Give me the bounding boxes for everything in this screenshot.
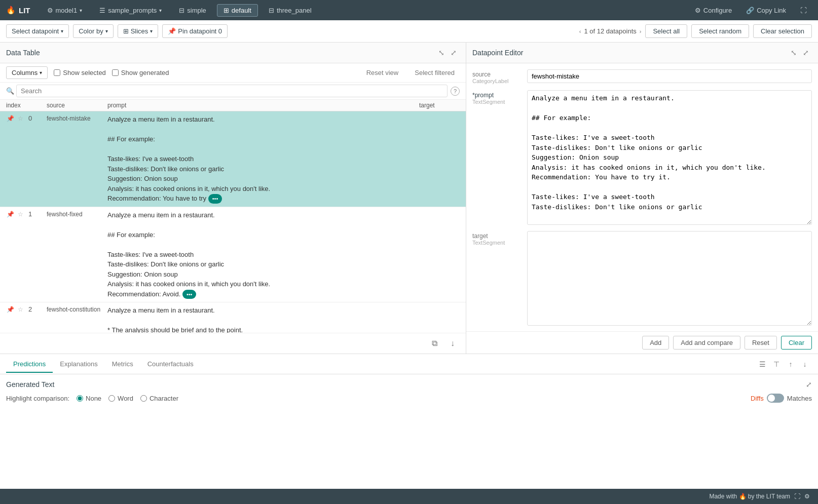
next-chevron[interactable]: › [640, 28, 642, 34]
filter-icon[interactable]: ⊤ [769, 357, 784, 371]
layout-icon: ⊟ [269, 7, 274, 14]
layout-icon: ⊟ [179, 7, 184, 14]
highlight-none-option[interactable]: None [77, 395, 101, 402]
datapoint-editor: Datapoint Editor ⤡ ⤢ source CategoryLabe… [466, 43, 818, 354]
generated-text-title: Generated Text [6, 380, 806, 389]
color-by-button[interactable]: Color by ▾ [73, 24, 113, 38]
col-header-index: index [6, 102, 47, 109]
highlight-word-option[interactable]: Word [108, 395, 133, 402]
show-generated-checkbox[interactable]: Show generated [112, 69, 169, 76]
row-source: fewshot-constitution [47, 306, 104, 313]
chevron-down-icon: ▾ [150, 28, 153, 34]
row-index: 0 [28, 114, 44, 122]
table-row[interactable]: 📌 ☆ 0 fewshot-mistake Analyze a menu ite… [0, 111, 466, 207]
target-textarea[interactable] [527, 231, 812, 326]
add-compare-button[interactable]: Add and compare [673, 336, 740, 350]
tab-explanations[interactable]: Explanations [53, 356, 104, 373]
diffs-toggle-switch[interactable] [767, 394, 784, 403]
select-filtered-button[interactable]: Select filtered [410, 67, 460, 79]
star-icon[interactable]: ☆ [16, 114, 24, 123]
sort-asc-icon[interactable]: ↑ [784, 357, 798, 371]
select-datapoint-button[interactable]: Select datapoint ▾ [6, 24, 69, 38]
table-body: 📌 ☆ 0 fewshot-mistake Analyze a menu ite… [0, 111, 466, 333]
pin-icon[interactable]: 📌 [6, 210, 14, 218]
sort-desc-icon[interactable]: ↓ [798, 357, 812, 371]
nav-tab-simple[interactable]: ⊟ simple [172, 4, 213, 17]
maximize-icon[interactable]: ⤢ [448, 47, 460, 59]
app-logo: 🔥 LIT [6, 6, 30, 15]
search-icon: 🔍 [6, 87, 14, 95]
chevron-down-icon: ▾ [159, 8, 162, 13]
toggle-knob [768, 395, 775, 402]
source-input[interactable] [527, 69, 812, 83]
star-icon[interactable]: ☆ [16, 305, 24, 314]
reset-button[interactable]: Reset [745, 336, 777, 350]
pin-icon[interactable]: 📌 [6, 305, 14, 314]
chevron-down-icon: ▾ [80, 8, 82, 13]
columns-button[interactable]: Columns ▾ [6, 66, 48, 79]
search-input[interactable] [16, 85, 448, 97]
table-row[interactable]: 📌 ☆ 2 fewshot-constitution Analyze a men… [0, 302, 466, 333]
highlight-character-option[interactable]: Character [140, 395, 178, 402]
configure-button[interactable]: ⚙ Configure [690, 5, 737, 16]
prev-chevron[interactable]: ‹ [579, 28, 581, 34]
target-label: target [472, 231, 523, 240]
gear-icon: ⚙ [695, 7, 701, 14]
pin-datapoint-button[interactable]: 📌 Pin datapoint 0 [162, 24, 228, 38]
show-selected-checkbox[interactable]: Show selected [54, 69, 106, 76]
expand-text-button[interactable]: ••• [208, 194, 222, 204]
help-icon[interactable]: ? [451, 87, 460, 96]
table-row[interactable]: 📌 ☆ 1 fewshot-fixed Analyze a menu item … [0, 207, 466, 303]
row-prompt: Analyze a menu item in a restaurant. ## … [107, 114, 419, 204]
source-label: source [472, 69, 523, 78]
col-header-target: target [419, 102, 460, 109]
target-type: TextSegment [472, 240, 523, 246]
row-index: 1 [28, 210, 44, 218]
data-table-header: Data Table ⤡ ⤢ [0, 43, 466, 63]
tab-metrics[interactable]: Metrics [105, 356, 140, 373]
data-table-title: Data Table [6, 49, 435, 57]
tab-predictions[interactable]: Predictions [6, 356, 53, 373]
generated-text-header: Generated Text ⤢ [6, 380, 812, 389]
link-icon: 🔗 [746, 7, 754, 14]
source-field-row: source CategoryLabel [472, 69, 812, 84]
copy-link-button[interactable]: 🔗 Copy Link [741, 5, 791, 16]
clear-button[interactable]: Clear [781, 336, 812, 350]
layout-icon: ⊞ [224, 7, 229, 14]
expand-icon[interactable]: ⤢ [806, 380, 812, 389]
settings-icon[interactable]: ⚙ [804, 493, 810, 500]
tab-counterfactuals[interactable]: Counterfactuals [140, 356, 201, 373]
github-icon[interactable]: ⛶ [794, 493, 800, 500]
expand-text-button[interactable]: ••• [182, 290, 197, 299]
nav-tab-three-panel[interactable]: ⊟ three_panel [262, 4, 318, 17]
nav-tab-default[interactable]: ⊞ default [217, 4, 258, 17]
table-controls: Columns ▾ Show selected Show generated R… [0, 63, 466, 83]
minimize-icon[interactable]: ⤡ [435, 47, 448, 59]
select-random-button[interactable]: Select random [691, 24, 749, 38]
nav-tab-model[interactable]: ⚙ model1 ▾ [41, 4, 89, 17]
clear-selection-button[interactable]: Clear selection [753, 24, 812, 38]
minimize-icon[interactable]: ⤡ [788, 47, 800, 59]
add-button[interactable]: Add [642, 336, 669, 350]
download-icon[interactable]: ↓ [445, 336, 460, 351]
slices-icon: ⊞ [123, 27, 129, 35]
nav-tab-dataset[interactable]: ☰ sample_prompts ▾ [93, 4, 168, 17]
menu-icon[interactable]: ☰ [755, 357, 769, 371]
copy-icon[interactable]: ⧉ [427, 336, 441, 351]
expand-icon[interactable]: ⛶ [795, 5, 812, 16]
star-icon[interactable]: ☆ [16, 210, 24, 218]
pin-icon[interactable]: 📌 [6, 114, 14, 123]
prompt-textarea[interactable]: Analyze a menu item in a restaurant. ## … [527, 90, 812, 225]
tabs-row: Predictions Explanations Metrics Counter… [0, 354, 818, 374]
maximize-icon[interactable]: ⤢ [800, 47, 812, 59]
table-footer: ⧉ ↓ [0, 333, 466, 354]
slices-button[interactable]: ⊞ Slices ▾ [118, 24, 159, 38]
panels-row: Data Table ⤡ ⤢ Columns ▾ Show selected S… [0, 43, 818, 354]
col-header-source: source [47, 102, 107, 109]
datapoint-editor-header: Datapoint Editor ⤡ ⤢ [466, 43, 818, 63]
prompt-field-row: *prompt TextSegment Analyze a menu item … [472, 90, 812, 225]
select-all-button[interactable]: Select all [645, 24, 687, 38]
reset-view-button[interactable]: Reset view [361, 67, 404, 79]
flame-icon: 🔥 [6, 6, 16, 15]
prompt-type: TextSegment [472, 99, 523, 105]
